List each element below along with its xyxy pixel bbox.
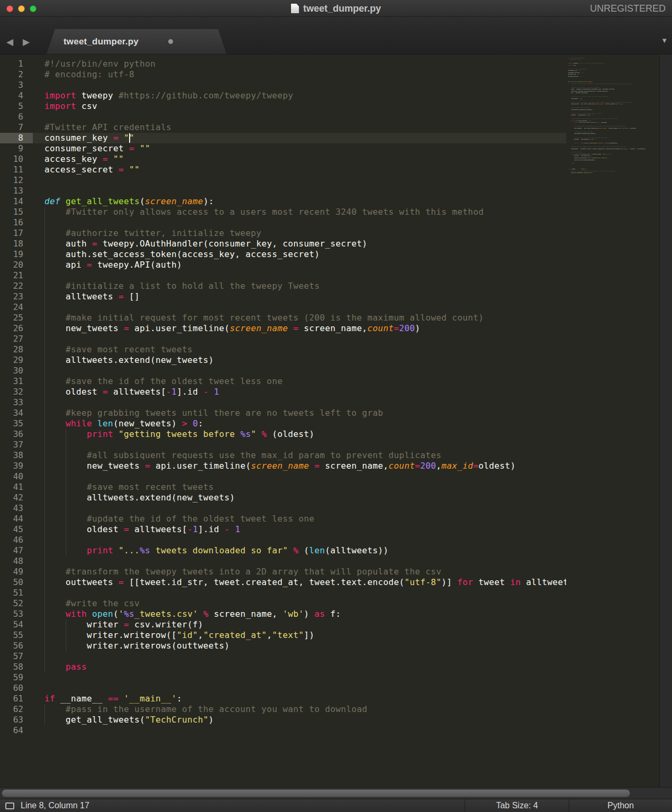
code-line[interactable]: #update the id of the oldest tweet less …	[33, 514, 566, 524]
line-number[interactable]: 15	[0, 207, 33, 217]
line-number[interactable]: 47	[0, 545, 33, 556]
code-line[interactable]: #make initial request for most recent tw…	[33, 313, 566, 323]
code-line[interactable]: #all subsiquent requests use the max_id …	[33, 450, 566, 461]
code-line[interactable]: alltweets.extend(new_tweets)	[33, 355, 566, 366]
line-number[interactable]: 40	[0, 471, 33, 482]
code-line[interactable]: pass	[33, 662, 566, 672]
line-number[interactable]: 35	[0, 418, 33, 429]
line-number[interactable]: 27	[0, 334, 33, 344]
code-line[interactable]: auth.set_access_token(access_key, access…	[33, 249, 566, 260]
code-line[interactable]: writer = csv.writer(f)	[33, 619, 566, 630]
code-line[interactable]	[33, 80, 566, 90]
code-line[interactable]: while len(new_tweets) > 0:	[33, 418, 566, 429]
code-line[interactable]: alltweets.extend(new_tweets)	[33, 492, 566, 503]
code-line[interactable]	[33, 556, 566, 567]
code-line[interactable]	[33, 397, 566, 408]
code-line[interactable]	[33, 186, 566, 196]
tab-overflow-icon[interactable]: ▼	[661, 37, 668, 44]
code-line[interactable]	[33, 366, 566, 376]
line-number[interactable]: 55	[0, 630, 33, 641]
syntax-indicator[interactable]: Python	[569, 799, 672, 812]
horizontal-scrollbar-thumb[interactable]	[2, 789, 630, 797]
zoom-button[interactable]	[30, 5, 37, 12]
code-line[interactable]: import csv	[33, 101, 566, 112]
code-line[interactable]: api = tweepy.API(auth)	[33, 260, 566, 270]
code-line[interactable]: writer.writerow(["id","created_at","text…	[33, 630, 566, 641]
code-line[interactable]: access_key = ""	[33, 154, 566, 165]
line-number[interactable]: 41	[0, 482, 33, 492]
line-number[interactable]: 2	[0, 69, 33, 80]
code-line[interactable]: def get_all_tweets(screen_name):	[33, 196, 566, 207]
back-icon[interactable]: ◀	[6, 38, 13, 47]
code-line[interactable]	[33, 503, 566, 514]
code-line[interactable]: #save the id of the oldest tweet less on…	[33, 376, 566, 387]
line-number[interactable]: 4	[0, 90, 33, 101]
code-line[interactable]: oldest = alltweets[-1].id - 1	[33, 387, 566, 397]
line-number[interactable]: 12	[0, 175, 33, 186]
code-line[interactable]	[33, 175, 566, 186]
line-number[interactable]: 62	[0, 704, 33, 715]
line-number[interactable]: 57	[0, 651, 33, 662]
line-number[interactable]: 6	[0, 112, 33, 122]
line-number[interactable]: 42	[0, 492, 33, 503]
code-line[interactable]	[33, 217, 566, 228]
line-number[interactable]: 22	[0, 281, 33, 291]
forward-icon[interactable]: ▶	[23, 38, 30, 47]
tab-tweet-dumper[interactable]: tweet_dumper.py	[47, 29, 226, 54]
code-line[interactable]: get_all_tweets("TechCrunch")	[33, 715, 566, 725]
code-line[interactable]: #keep grabbing tweets until there are no…	[33, 408, 566, 418]
line-number[interactable]: 36	[0, 429, 33, 440]
line-number[interactable]: 25	[0, 313, 33, 323]
line-number[interactable]: 23	[0, 291, 33, 302]
code-line[interactable]: new_tweets = api.user_timeline(screen_na…	[33, 461, 566, 471]
line-number[interactable]: 1	[0, 59, 33, 69]
line-number[interactable]: 17	[0, 228, 33, 239]
code-line[interactable]: import tweepy #https://github.com/tweepy…	[33, 90, 566, 101]
line-number[interactable]: 54	[0, 619, 33, 630]
line-number[interactable]: 30	[0, 366, 33, 376]
line-number[interactable]: 16	[0, 217, 33, 228]
code-line[interactable]	[33, 672, 566, 683]
code-line[interactable]: access_secret = ""	[33, 165, 566, 175]
close-button[interactable]	[6, 5, 13, 12]
line-number[interactable]: 24	[0, 302, 33, 313]
code-line[interactable]: consumer_secret = ""	[33, 143, 566, 154]
line-number[interactable]: 14	[0, 196, 33, 207]
code-line[interactable]: #!/usr/bin/env python	[33, 59, 566, 69]
tab-size-indicator[interactable]: Tab Size: 4	[465, 799, 569, 812]
code-line[interactable]	[33, 588, 566, 598]
panel-toggle-icon[interactable]	[5, 802, 14, 809]
line-number[interactable]: 20	[0, 260, 33, 270]
code-line[interactable]: consumer_key = ""	[33, 133, 566, 143]
line-number[interactable]: 63	[0, 715, 33, 725]
line-number[interactable]: 45	[0, 524, 33, 535]
line-number[interactable]: 59	[0, 672, 33, 683]
line-number[interactable]: 60	[0, 683, 33, 694]
line-number[interactable]: 58	[0, 662, 33, 672]
line-number[interactable]: 51	[0, 588, 33, 598]
code-line[interactable]: outtweets = [[tweet.id_str, tweet.create…	[33, 577, 566, 588]
line-number[interactable]: 5	[0, 101, 33, 112]
vertical-scrollbar[interactable]	[659, 54, 672, 787]
code-line[interactable]: oldest = alltweets[-1].id - 1	[33, 524, 566, 535]
line-number[interactable]: 7	[0, 122, 33, 133]
code-line[interactable]	[33, 270, 566, 281]
line-number[interactable]: 37	[0, 440, 33, 450]
code-line[interactable]	[33, 535, 566, 545]
line-number[interactable]: 21	[0, 270, 33, 281]
line-number[interactable]: 8	[0, 133, 33, 143]
code-line[interactable]	[33, 112, 566, 122]
line-number[interactable]: 26	[0, 323, 33, 334]
line-number[interactable]: 39	[0, 461, 33, 471]
code-line[interactable]: #pass in the username of the account you…	[33, 704, 566, 715]
line-number[interactable]: 29	[0, 355, 33, 366]
code-line[interactable]: #save most recent tweets	[33, 344, 566, 355]
line-number[interactable]: 28	[0, 344, 33, 355]
code-line[interactable]	[33, 471, 566, 482]
line-number[interactable]: 13	[0, 186, 33, 196]
line-number[interactable]: 19	[0, 249, 33, 260]
line-number[interactable]: 32	[0, 387, 33, 397]
code-line[interactable]: #authorize twitter, initialize tweepy	[33, 228, 566, 239]
line-number[interactable]: 52	[0, 598, 33, 609]
line-number[interactable]: 43	[0, 503, 33, 514]
